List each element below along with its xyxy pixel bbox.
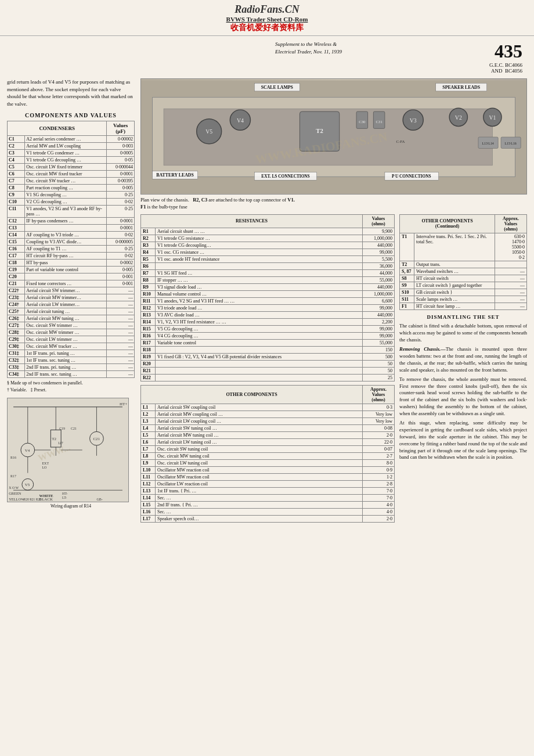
table-row: C8Part reaction coupling …0·005 bbox=[8, 185, 135, 192]
page-number: 435 bbox=[495, 41, 522, 62]
model-info: 435 G.E.C. BC4066AND BC4056 bbox=[489, 41, 522, 74]
condenser-val: 0·02 bbox=[107, 232, 135, 239]
condenser-val: — bbox=[107, 371, 135, 378]
table-row: C19Part of variable tone control0·005 bbox=[8, 267, 135, 273]
condenser-desc: Osc. circuit MW fixed tracker bbox=[25, 171, 107, 178]
component-desc: Sec. … bbox=[156, 508, 363, 515]
resistance-label: R13 bbox=[141, 311, 156, 318]
top-meta: Supplement to the Wireless &Electrical T… bbox=[0, 36, 534, 76]
svg-text:R17: R17 bbox=[10, 474, 16, 478]
component-cont-label: T1 bbox=[400, 233, 414, 261]
condenser-desc: A2 aerial series condenser … bbox=[25, 136, 107, 143]
component-label: L15 bbox=[141, 501, 156, 508]
condenser-label: C14 bbox=[8, 232, 25, 239]
component-val: Very low bbox=[363, 417, 395, 424]
component-label: L14 bbox=[141, 494, 156, 501]
table-row: F1HT circuit fuse lamp …— bbox=[400, 303, 527, 309]
condenser-label: C9 bbox=[8, 192, 25, 199]
table-row: R2050 bbox=[141, 360, 395, 367]
table-row: R17Variable tone control55,000 bbox=[141, 339, 395, 346]
circuit-svg: HT+ V4 V5 T2 LI7 EXT bbox=[8, 398, 128, 502]
resistances-header: RESISTANCES bbox=[141, 214, 363, 228]
component-desc: Osc. circuit SW tuning coil bbox=[156, 445, 363, 452]
component-cont-val: 630·01470·05500·01050·00·2 bbox=[495, 233, 527, 261]
condenser-desc: Aerial circuit MW tuning … bbox=[25, 315, 107, 322]
resistance-label: R3 bbox=[141, 242, 156, 249]
dismantling-title: DISMANTLING THE SET bbox=[399, 314, 527, 321]
component-desc: Aerial circuit LW tuning coil … bbox=[156, 438, 363, 445]
table-row: C16AF coupling to T1 …0·25 bbox=[8, 246, 135, 253]
condenser-val: — bbox=[107, 301, 135, 308]
table-row: R8IF stopper … …55,000 bbox=[141, 276, 395, 283]
resistance-desc: V1 anodes, V2 SG and V3 HT feed … … bbox=[156, 297, 363, 304]
table-row: C26‡Aerial circuit MW tuning …— bbox=[8, 315, 135, 322]
svg-text:T2: T2 bbox=[52, 437, 56, 441]
dismantling-paragraph: At this stage, when replacing, some diff… bbox=[399, 420, 527, 461]
table-row: L7Osc. circuit SW tuning coil0·07 bbox=[141, 445, 395, 452]
resistance-label: R9 bbox=[141, 283, 156, 290]
table-row: C22†Aerial circuit SW trimmer…— bbox=[8, 287, 135, 294]
component-desc: Aerial circuit SW tuning coil … bbox=[156, 424, 363, 431]
table-row: C200·001 bbox=[8, 273, 135, 280]
condenser-val: — bbox=[107, 294, 135, 301]
resistance-val: 25 bbox=[363, 374, 395, 381]
condenser-label: C31‡ bbox=[8, 350, 25, 357]
component-label: L16 bbox=[141, 508, 156, 515]
resistance-desc: V1 tetrode CG decoupling… bbox=[156, 242, 363, 249]
svg-text:RED: RED bbox=[39, 501, 48, 502]
resistance-val: 99,000 bbox=[363, 325, 395, 332]
chassis-photo: T2 V5 V4 V3 V2 V1 C30 bbox=[140, 78, 527, 195]
svg-text:SCALE LAMPS: SCALE LAMPS bbox=[261, 85, 293, 90]
table-row: R3V1 tetrode CG decoupling…440,000 bbox=[141, 242, 395, 249]
table-row: L2Aerial circuit MW coupling coil …Very … bbox=[141, 411, 395, 417]
resistance-label: R7 bbox=[141, 269, 156, 276]
component-cont-desc: Waveband switches … bbox=[414, 268, 495, 275]
site-title: RadioFans.CN bbox=[0, 3, 534, 16]
resistance-desc bbox=[156, 374, 363, 381]
component-label: L12 bbox=[141, 480, 156, 487]
condenser-val: — bbox=[107, 343, 135, 350]
condenser-label: C25† bbox=[8, 308, 25, 315]
resistance-val: 440,000 bbox=[363, 311, 395, 318]
table-row: L6Aerial circuit LW tuning coil …22·0 bbox=[141, 438, 395, 445]
condensers-values-header: Values(μF) bbox=[107, 121, 135, 136]
resistance-label: R11 bbox=[141, 297, 156, 304]
resistance-label: R2 bbox=[141, 235, 156, 242]
condenser-desc: HT circuit RF by-pass … bbox=[25, 253, 107, 260]
bottom-left: RESISTANCES Values(ohms) R1Aerial circui… bbox=[140, 214, 395, 526]
dismantling-paragraph: Removing Chassis.—The chassis is mounted… bbox=[399, 346, 527, 374]
other-components-table: OTHER COMPONENTS Approx.Values(ohms) L1A… bbox=[140, 385, 395, 523]
table-row: C33‡2nd IF trans. pri. tuning …— bbox=[8, 364, 135, 371]
condenser-label: C7 bbox=[8, 178, 25, 185]
component-cont-desc: GB circuit switch } bbox=[414, 289, 495, 296]
resistance-desc: V1 fixed GB : V2, V3, V4 and V5 GB poten… bbox=[156, 353, 363, 360]
condenser-desc: V2 CG decoupling … bbox=[25, 199, 107, 206]
resistance-val: 6,600 bbox=[363, 297, 395, 304]
condenser-desc: AF coupling to V3 triode … bbox=[25, 232, 107, 239]
condenser-val: 0·003 bbox=[107, 143, 135, 150]
circuit-caption: Wiring diagram of R14 bbox=[7, 503, 135, 509]
condenser-val: 0·0001 bbox=[107, 171, 135, 178]
component-cont-val bbox=[495, 261, 527, 268]
condenser-label: C21 bbox=[8, 280, 25, 287]
resistance-label: R15 bbox=[141, 325, 156, 332]
table-row: C9V1 SG decoupling …0·25 bbox=[8, 192, 135, 199]
component-label: L5 bbox=[141, 431, 156, 438]
svg-text:HT-: HT- bbox=[62, 492, 67, 495]
svg-text:BATTERY LEADS: BATTERY LEADS bbox=[156, 172, 194, 178]
condenser-label: C23‡ bbox=[8, 294, 25, 301]
svg-text:V2: V2 bbox=[455, 114, 462, 121]
component-desc: Oscillator MW reaction coil bbox=[156, 466, 363, 473]
component-cont-label: S10 bbox=[400, 289, 414, 296]
condenser-val: — bbox=[107, 364, 135, 371]
table-row: R5V1 osc. anode HT feed resistance5,500 bbox=[141, 255, 395, 262]
component-cont-val: — bbox=[495, 289, 527, 296]
table-row: L131st IF trans. { Pri. …7·0 bbox=[141, 487, 395, 494]
resistances-table: RESISTANCES Values(ohms) R1Aerial circui… bbox=[140, 214, 395, 381]
table-row: C31‡1st IF trans. pri. tuning …— bbox=[8, 350, 135, 357]
condenser-val: 0·001 bbox=[107, 280, 135, 287]
condenser-val: 0·05 bbox=[107, 157, 135, 164]
component-desc: 2nd IF trans. { Pri. … bbox=[156, 501, 363, 508]
condenser-label: C13 bbox=[8, 225, 25, 232]
table-row: C21Fixed tone correctors …0·001 bbox=[8, 280, 135, 287]
